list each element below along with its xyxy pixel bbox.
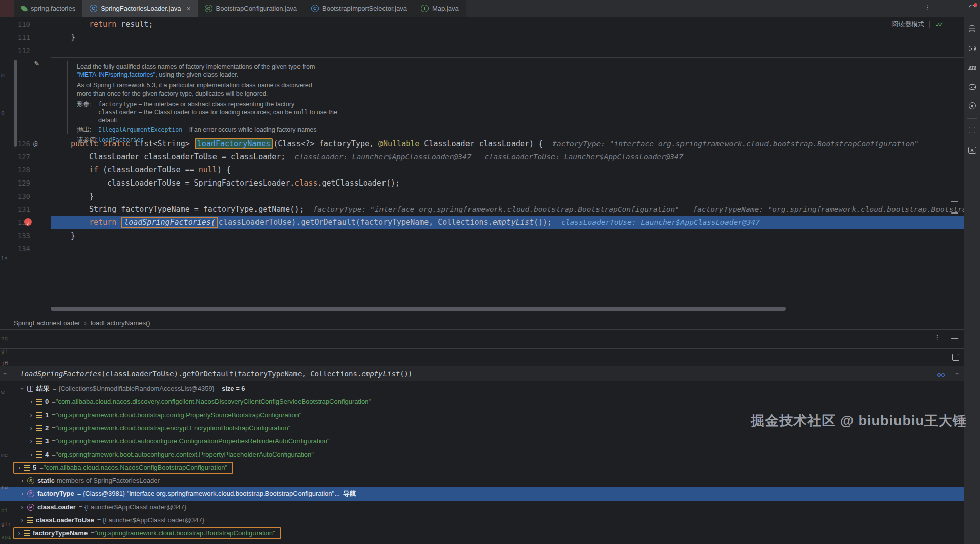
clipped-text-fragment: m [1, 72, 5, 78]
variable-name: 2 [45, 422, 49, 435]
check-glyph: ✓ [26, 221, 30, 226]
variable-name: 5 [33, 461, 36, 474]
line-number[interactable]: 127 [15, 150, 30, 163]
javadoc-link[interactable]: "META-INF/spring.factories" [77, 71, 155, 78]
ai-assistant-icon[interactable] [969, 46, 976, 51]
variables-tree: ›结果= {Collections$UnmodifiableRandomAcce… [0, 382, 964, 540]
code-line-128: if (classLoaderToUse == null) { [51, 163, 964, 176]
variable-row-factoryType[interactable]: ›PfactoryType= {Class@3981} "interface o… [0, 487, 964, 501]
horizontal-scrollbar-thumb[interactable] [51, 307, 786, 311]
tree-chevron-icon[interactable]: › [15, 461, 23, 474]
class-icon: C [90, 5, 97, 12]
breadcrumb-class[interactable]: SpringFactoriesLoader [14, 319, 80, 327]
tree-chevron-icon[interactable]: › [27, 422, 35, 435]
variable-row-factoryTypeName[interactable]: ›factoryTypeName= "org.springframework.c… [0, 527, 964, 540]
structure-grid-icon[interactable] [969, 127, 975, 133]
variable-row-0[interactable]: ›0= "com.alibaba.cloud.nacos.discovery.c… [0, 395, 964, 409]
line-number[interactable]: 133 [15, 229, 30, 242]
tab-BootstrapImportSelector.java[interactable]: CBootstrapImportSelector.java [304, 0, 414, 17]
clipped-text-fragment: voi [1, 534, 11, 540]
line-number[interactable]: 134 [15, 242, 30, 255]
tree-chevron-icon[interactable]: › [15, 527, 23, 540]
variable-value: = [91, 527, 95, 540]
javadoc-link[interactable]: IllegalArgumentException [98, 126, 182, 133]
tab-spring.factories[interactable]: spring.factories [14, 0, 82, 17]
code-editor[interactable]: 阅读器模式 ✓✓ ✎ Load the fully qualified clas… [11, 17, 964, 316]
clipped-text-fragment: me [1, 451, 8, 458]
line-number[interactable]: 130 [15, 190, 30, 203]
variable-row-3[interactable]: ›3= "org.springframework.cloud.autoconfi… [0, 435, 964, 448]
tab-Map.java[interactable]: IMap.java [414, 0, 466, 17]
panel-layout-icon[interactable] [952, 354, 959, 361]
variable-row-5[interactable]: ›5= "com.alibaba.cloud.nacos.NacosConfig… [0, 461, 964, 474]
variable-string-value: "com.alibaba.cloud.nacos.NacosConfigBoot… [44, 461, 227, 474]
tree-chevron-icon[interactable]: › [27, 448, 35, 461]
variable-row-4[interactable]: ›4= "org.springframework.boot.autoconfig… [0, 448, 964, 461]
clipped-text-fragment: ls [1, 255, 8, 262]
line-number[interactable]: 110 [15, 18, 30, 31]
left-scrollbar-thumb[interactable] [14, 60, 17, 147]
variable-string-value: "org.springframework.cloud.bootstrap.enc… [56, 422, 290, 435]
parameter-icon: P [27, 504, 34, 511]
inline-debugger-hint: classLoaderToUse: Launcher$AppClassLoade… [561, 218, 760, 226]
variable-name: classLoaderToUse [36, 514, 94, 527]
evaluate-expression-row[interactable]: › loadSpringFactories(classLoaderToUse).… [0, 366, 964, 381]
array-item-icon [36, 451, 42, 458]
variable-description: members of SpringFactoriesLoader [57, 474, 160, 487]
line-number[interactable]: 129 [15, 176, 30, 190]
breadcrumb-method[interactable]: loadFactoryNames() [91, 319, 150, 327]
variable-row-static[interactable]: ›Sstaticmembers of SpringFactoriesLoader [0, 474, 964, 487]
tab-BootstrapConfiguration.java[interactable]: @BootstrapConfiguration.java [198, 0, 304, 17]
minimize-icon[interactable]: — [951, 334, 958, 342]
variable-string-value: "org.springframework.cloud.bootstrap.con… [56, 409, 301, 422]
annotation-icon: @ [205, 5, 212, 12]
tree-chevron-icon[interactable]: › [18, 474, 26, 487]
static-members-icon: S [27, 477, 34, 484]
translate-icon[interactable]: A [968, 147, 976, 154]
tab-options-kebab-icon[interactable]: … [923, 4, 934, 13]
inline-debugger-hint: factoryType: "interface org.springframew… [552, 140, 919, 148]
plugin-robot-icon[interactable] [969, 84, 976, 90]
tree-chevron-icon[interactable]: › [18, 514, 26, 527]
variable-name: static [37, 474, 55, 487]
tree-chevron-icon[interactable]: › [18, 501, 26, 514]
javadoc-block: Load the fully qualified class names of … [51, 57, 964, 137]
debug-evaluate-panel: … — › loadSpringFactories(classLoaderToU… [0, 329, 964, 544]
line-number[interactable]: 126 [15, 137, 30, 150]
array-item-icon [24, 530, 30, 536]
notifications-bell-icon[interactable] [969, 5, 975, 10]
tree-chevron-icon[interactable]: › [27, 435, 35, 448]
tree-chevron-icon[interactable]: › [27, 395, 35, 409]
tree-chevron-icon[interactable]: › [16, 385, 29, 393]
javadoc-text: Load the fully qualified class names of … [77, 63, 320, 79]
line-number[interactable]: 112 [15, 44, 30, 57]
add-to-watches-icon[interactable]: + [937, 368, 948, 380]
tree-chevron-icon[interactable]: › [27, 409, 35, 422]
edit-javadoc-pencil-icon[interactable]: ✎ [34, 58, 39, 68]
debug-options-kebab-icon[interactable]: … [935, 334, 944, 341]
close-tab-icon[interactable]: × [186, 5, 190, 12]
database-icon[interactable] [969, 25, 975, 32]
expression-history-chevron-icon[interactable]: › [950, 373, 965, 375]
tab-SpringFactoriesLoader.java[interactable]: CSpringFactoriesLoader.java× [82, 0, 197, 17]
tree-chevron-icon[interactable]: › [18, 487, 26, 501]
javadoc-text: factoryType – the interface or abstract … [98, 100, 340, 124]
variable-name: 0 [45, 395, 49, 409]
divider [967, 118, 977, 119]
javadoc-text: As of Spring Framework 5.3, if a particu… [77, 81, 320, 98]
variable-row-classLoaderToUse[interactable]: ›classLoaderToUse= {Launcher$AppClassLoa… [0, 514, 964, 527]
watch-expression[interactable]: loadSpringFactories(classLoaderToUse).ge… [20, 366, 412, 381]
variable-row-结果[interactable]: ›结果= {Collections$UnmodifiableRandomAcce… [0, 382, 964, 395]
settings-sync-icon[interactable] [969, 102, 976, 109]
collapse-chevron-icon[interactable]: › [0, 373, 13, 375]
breakpoint-hit-icon[interactable]: ✓ [24, 218, 32, 226]
line-number[interactable]: 111 [15, 31, 30, 44]
navigate-link[interactable]: 导航 [343, 487, 356, 501]
maven-icon[interactable]: m [964, 63, 980, 71]
variable-value: = {Launcher$AppClassLoader@347} [97, 514, 204, 527]
code-line-133: } [51, 229, 964, 242]
line-number[interactable]: 131 [15, 203, 30, 216]
line-number[interactable]: 128 [15, 163, 30, 176]
variable-row-classLoader[interactable]: ›PclassLoader= {Launcher$AppClassLoader@… [0, 501, 964, 514]
code-line-127: ClassLoader classLoaderToUse = classLoad… [51, 150, 964, 163]
